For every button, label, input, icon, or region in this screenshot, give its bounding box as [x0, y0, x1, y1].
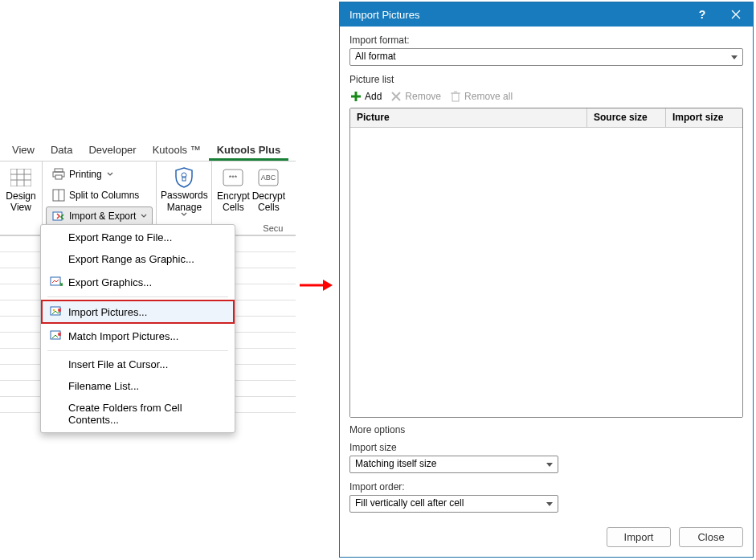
import-format-value: All format [355, 51, 396, 62]
svg-text:?: ? [699, 9, 706, 20]
close-dialog-button[interactable]: Close [679, 527, 743, 547]
import-size-value: Matching itself size [355, 458, 436, 469]
remove-label: Remove [405, 91, 441, 102]
picture-list-label: Picture list [349, 74, 743, 85]
printing-label: Printing [69, 169, 102, 180]
import-button[interactable]: Import [607, 527, 671, 547]
close-button[interactable] [719, 2, 753, 27]
menu-label: Insert File at Cursor... [68, 358, 168, 370]
add-label: Add [365, 91, 382, 102]
plus-icon [349, 90, 362, 103]
more-options-label: More options [349, 424, 743, 435]
import-format-select[interactable]: All format [349, 48, 743, 66]
col-source-size[interactable]: Source size [587, 108, 666, 127]
picture-listbox[interactable]: Picture Source size Import size [349, 108, 743, 418]
menu-export-graphics[interactable]: Export Graphics... [41, 270, 235, 294]
tab-kutools-plus[interactable]: Kutools Plus [209, 141, 288, 161]
menu-label: Match Import Pictures... [68, 330, 178, 342]
import-pictures-icon [49, 305, 63, 319]
svg-rect-23 [452, 93, 459, 101]
split-columns-icon [51, 188, 66, 202]
tab-kutools[interactable]: Kutools ™ [145, 141, 209, 161]
tab-view[interactable]: View [4, 141, 43, 161]
import-export-menu: Export Range to File... Export Range as … [40, 224, 235, 433]
col-import-size[interactable]: Import size [666, 108, 742, 127]
svg-rect-7 [55, 175, 62, 179]
import-pictures-dialog: Import Pictures ? Import format: All for… [339, 2, 754, 558]
menu-export-range-graphic[interactable]: Export Range as Graphic... [41, 248, 235, 270]
svg-rect-0 [10, 169, 31, 186]
decrypt-cells-button[interactable]: ABC DecryptCells [251, 163, 286, 219]
encrypt-cells-button[interactable]: *** EncryptCells [215, 163, 251, 219]
picture-list-toolbar: Add Remove Remove all [349, 88, 743, 108]
printing-button[interactable]: Printing [46, 165, 153, 184]
design-view-label: DesignView [6, 190, 35, 214]
remove-button: Remove [390, 90, 441, 103]
list-header: Picture Source size Import size [350, 108, 742, 128]
menu-label: Filename List... [68, 380, 139, 392]
import-order-label: Import order: [349, 481, 743, 493]
encrypt-icon: *** [222, 166, 244, 189]
arrow-icon [299, 278, 334, 292]
svg-point-19 [53, 309, 55, 312]
design-view-icon [10, 166, 32, 189]
menu-export-range-file[interactable]: Export Range to File... [41, 227, 235, 248]
list-body [350, 128, 742, 417]
design-view-button[interactable]: DesignView [3, 163, 39, 219]
import-export-button[interactable]: Import & Export [46, 206, 153, 226]
passwords-manage-button[interactable]: PasswordsManage [160, 163, 208, 219]
menu-match-import-pictures[interactable]: Match Import Pictures... [41, 324, 235, 348]
import-export-icon [51, 209, 66, 223]
menu-filename-list[interactable]: Filename List... [41, 375, 235, 397]
ribbon-tabs: View Data Developer Kutools ™ Kutools Pl… [0, 141, 296, 161]
help-button[interactable]: ? [685, 2, 719, 27]
dialog-buttons: Import Close [340, 519, 753, 557]
remove-all-label: Remove all [464, 91, 513, 102]
menu-label: Export Graphics... [68, 276, 152, 288]
printer-icon [51, 167, 66, 182]
menu-import-pictures[interactable]: Import Pictures... [41, 300, 235, 324]
shield-icon [173, 166, 195, 188]
menu-insert-file-cursor[interactable]: Insert File at Cursor... [41, 354, 235, 375]
x-icon [390, 90, 403, 103]
dialog-body: Import format: All format Picture list A… [340, 27, 753, 519]
passwords-label: PasswordsManage [161, 190, 208, 213]
split-columns-label: Split to Columns [69, 190, 139, 201]
menu-create-folders[interactable]: Create Folders from Cell Contents... [41, 397, 235, 431]
menu-label: Export Range to File... [68, 231, 172, 243]
import-order-select[interactable]: Fill vertically cell after cell [349, 495, 558, 513]
menu-separator [47, 296, 228, 297]
export-graphics-icon [49, 275, 63, 289]
col-picture[interactable]: Picture [350, 108, 587, 127]
import-export-label: Import & Export [69, 211, 136, 222]
svg-text:ABC: ABC [261, 174, 276, 182]
import-size-select[interactable]: Matching itself size [349, 456, 558, 473]
encrypt-label: EncryptCells [217, 190, 250, 214]
svg-rect-5 [55, 169, 63, 172]
import-size-label: Import size [349, 442, 743, 453]
menu-separator [47, 350, 228, 351]
chevron-down-icon [181, 211, 187, 218]
remove-all-button: Remove all [449, 90, 513, 103]
dialog-titlebar: Import Pictures ? [340, 2, 753, 27]
split-columns-button[interactable]: Split to Columns [46, 186, 153, 205]
import-format-label: Import format: [349, 35, 743, 46]
menu-label: Import Pictures... [68, 306, 147, 318]
menu-label: Export Range as Graphic... [68, 253, 194, 265]
chevron-down-icon [107, 171, 113, 178]
decrypt-label: DecryptCells [252, 190, 285, 214]
tab-data[interactable]: Data [43, 141, 80, 161]
decrypt-icon: ABC [257, 166, 280, 189]
group-design-view: DesignView [0, 161, 43, 235]
svg-text:***: *** [229, 174, 238, 182]
menu-label: Create Folders from Cell Contents... [68, 402, 227, 426]
tab-developer[interactable]: Developer [80, 141, 144, 161]
import-order-value: Fill vertically cell after cell [355, 497, 464, 509]
chevron-down-icon [141, 213, 147, 219]
trash-icon [449, 90, 462, 103]
match-import-icon [49, 329, 63, 343]
add-button[interactable]: Add [349, 90, 382, 103]
dialog-title: Import Pictures [349, 9, 419, 21]
